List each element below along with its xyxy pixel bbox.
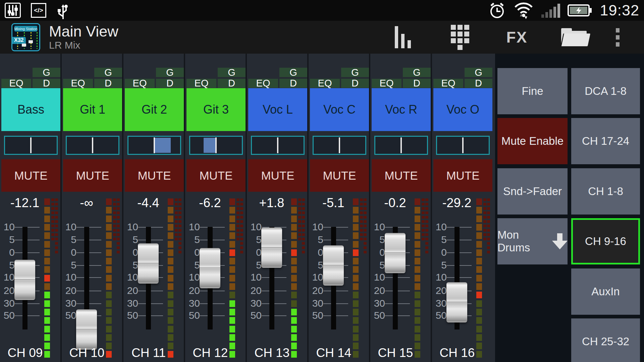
dyn-indicator[interactable]: D (341, 79, 369, 88)
pan-slider[interactable] (251, 136, 305, 155)
pan-slider[interactable] (313, 136, 366, 155)
gate-meter-dot (483, 225, 486, 227)
dyn-indicator[interactable]: D (279, 79, 307, 88)
fader-knob[interactable] (323, 245, 344, 286)
mute-button[interactable]: MUTE (63, 159, 122, 192)
panel-button-ch-1-8[interactable]: CH 1-8 (571, 168, 640, 215)
eq-indicator[interactable]: EQ (125, 79, 155, 88)
dyn-meter-dot (487, 207, 490, 210)
folder-icon[interactable] (545, 21, 602, 54)
fx-button[interactable]: FX (488, 21, 545, 54)
panel-button-auxin[interactable]: AuxIn (571, 268, 640, 315)
dyn-indicator[interactable]: D (33, 79, 60, 88)
dyn-meter-dot (178, 251, 181, 253)
eq-indicator[interactable]: EQ (186, 79, 216, 88)
channel-label: CH 15 (370, 346, 421, 360)
meter-led (291, 334, 297, 341)
dyn-indicator[interactable]: D (403, 79, 431, 88)
dyn-meter-dot (117, 225, 120, 227)
fader-scale-label: 0 (309, 247, 323, 258)
channel-name[interactable]: Git 2 (125, 88, 184, 131)
pan-slider[interactable] (4, 136, 58, 155)
fader-knob[interactable] (14, 260, 35, 300)
signal-icon (541, 3, 560, 18)
eq-indicator[interactable]: EQ (248, 79, 278, 88)
meters-icon[interactable] (374, 21, 431, 54)
gate-meter-dot (51, 216, 54, 219)
panel-button-mon-drums[interactable]: Mon Drums (497, 218, 568, 264)
gate-indicator[interactable]: G (341, 68, 369, 77)
dyn-meter-dot (55, 198, 58, 201)
gate-indicator[interactable]: G (403, 68, 431, 77)
channel-name[interactable]: Voc R (372, 88, 431, 131)
dyn-meter-dot (178, 233, 181, 236)
pan-slider[interactable] (189, 136, 243, 155)
panel-button-mute-enable[interactable]: Mute Enable (497, 118, 568, 164)
meter-led (229, 326, 235, 333)
meter-led (44, 249, 50, 256)
mute-button[interactable]: MUTE (125, 159, 184, 192)
panel-button-dca-1-8[interactable]: DCA 1-8 (571, 68, 640, 114)
fader-scale-label: 5 (185, 234, 200, 245)
pan-slider[interactable] (436, 136, 490, 155)
fader-scale-label: 20 (247, 285, 262, 296)
mute-button[interactable]: MUTE (372, 159, 431, 192)
eq-indicator[interactable]: EQ (310, 79, 340, 88)
gate-indicator[interactable]: G (465, 68, 492, 77)
meter-led (353, 317, 359, 324)
gate-indicator[interactable]: G (218, 68, 246, 77)
gate-meter-dot (422, 220, 425, 223)
mute-button[interactable]: MUTE (310, 159, 369, 192)
mute-button[interactable]: MUTE (1, 159, 60, 192)
channel-name[interactable]: Voc C (310, 88, 369, 131)
gate-meter-dot (422, 207, 425, 210)
fader-knob[interactable] (446, 282, 467, 322)
fader-scale-label: 0 (185, 247, 200, 258)
channel-name[interactable]: Voc O (433, 88, 492, 131)
meter-led (353, 249, 359, 256)
pan-slider[interactable] (66, 136, 119, 155)
panel-button-ch-25-32[interactable]: CH 25-32 (571, 318, 640, 362)
eq-indicator[interactable]: EQ (1, 79, 31, 88)
mixer-app-icon (5, 3, 21, 18)
panel-button-fine[interactable]: Fine (497, 68, 568, 114)
fader-knob[interactable] (261, 228, 282, 268)
eq-indicator[interactable]: EQ (372, 79, 401, 88)
eq-indicator[interactable]: EQ (433, 79, 463, 88)
channel-name[interactable]: Bass (1, 88, 60, 131)
meter-led (291, 258, 297, 264)
eq-indicator[interactable]: EQ (63, 79, 93, 88)
fader-scale-label: 5 (432, 259, 447, 271)
panel-button-ch-9-16[interactable]: CH 9-16 (571, 218, 640, 264)
mute-button[interactable]: MUTE (186, 159, 246, 192)
dyn-indicator[interactable]: D (465, 79, 492, 88)
dyn-indicator[interactable]: D (218, 79, 246, 88)
dyn-meter-dot (364, 238, 367, 240)
gate-meter-dot (175, 229, 178, 232)
fader-knob[interactable] (200, 248, 220, 288)
overflow-menu-icon[interactable] (602, 21, 633, 54)
pan-slider[interactable] (127, 136, 181, 155)
channel-name[interactable]: Git 1 (63, 88, 122, 131)
channel-name[interactable]: Git 3 (186, 88, 246, 131)
gate-meter-dot (298, 229, 301, 232)
fader-knob[interactable] (76, 309, 97, 350)
mute-button[interactable]: MUTE (433, 159, 492, 192)
panel-button-ch-17-24[interactable]: CH 17-24 (571, 118, 640, 164)
pan-slider[interactable] (374, 136, 428, 155)
panel-button-snd-fader[interactable]: Snd->Fader (497, 168, 568, 215)
channel-name[interactable]: Voc L (248, 88, 307, 131)
dialpad-icon[interactable] (431, 21, 488, 54)
gate-indicator[interactable]: G (279, 68, 307, 77)
gate-indicator[interactable]: G (33, 68, 60, 77)
fader-knob[interactable] (385, 233, 406, 273)
dyn-indicator[interactable]: D (94, 79, 122, 88)
fader-scale-label: 20 (123, 285, 138, 296)
dyn-meter-dot (178, 212, 181, 214)
dyn-indicator[interactable]: D (156, 79, 184, 88)
mute-button[interactable]: MUTE (248, 159, 307, 192)
gate-indicator[interactable]: G (94, 68, 122, 77)
dyn-meter-dot (117, 203, 120, 205)
gate-indicator[interactable]: G (156, 68, 184, 77)
fader-knob[interactable] (138, 243, 159, 284)
